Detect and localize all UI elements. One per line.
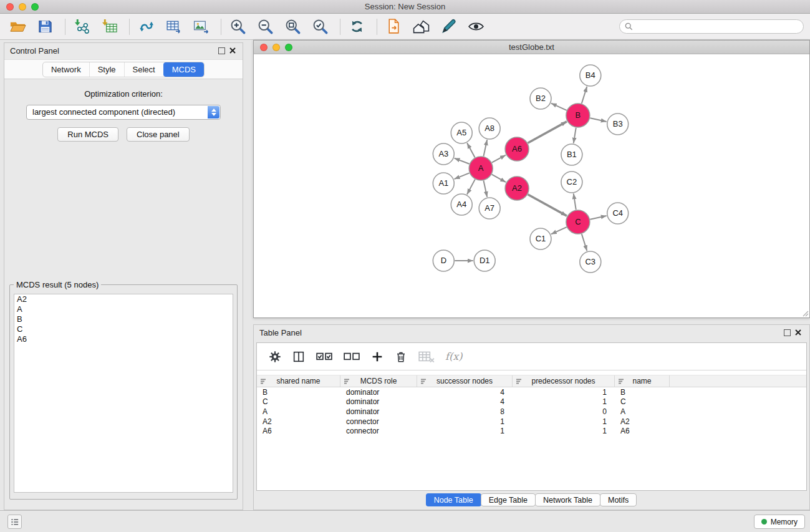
table-row[interactable]: Bdominator41B [257,387,806,397]
network-overview-button[interactable] [411,17,431,37]
close-window-button[interactable] [6,3,14,11]
tab-network[interactable]: Network [43,62,89,77]
graph-node-B4[interactable]: B4 [580,65,601,86]
graph-node-A7[interactable]: A7 [479,198,500,219]
column-header-shared-name[interactable]: shared name [257,375,340,387]
style-pen-button[interactable] [438,17,458,37]
search-box[interactable] [619,19,804,34]
graph-edge-B-B4[interactable] [582,87,587,104]
minimize-network-window-button[interactable] [272,44,280,51]
tab-edge-table[interactable]: Edge Table [481,493,536,506]
column-header-successor-nodes[interactable]: successor nodes [417,375,513,387]
function-builder-button[interactable]: f(x) [445,351,462,362]
zoom-selected-button[interactable] [310,17,330,37]
graph-node-A1[interactable]: A1 [433,173,454,194]
delete-row-button[interactable] [392,347,410,366]
graph-node-C[interactable]: C [566,210,590,234]
graph-edge-A2-C[interactable] [528,195,567,216]
graph-node-C4[interactable]: C4 [607,203,629,224]
graph-edge-A-A2[interactable] [492,175,506,182]
show-columns-button[interactable] [289,347,308,366]
graph-node-B1[interactable]: B1 [561,144,582,165]
mcds-result-item[interactable]: C [14,324,233,334]
graph-edge-B-B1[interactable] [574,128,576,143]
zoom-window-button[interactable] [31,3,39,11]
network-canvas[interactable]: B4B2BB3A5A8A6B1A3AC2A1A2A4A7C4CC1C3DD1 [254,54,809,317]
graph-edge-A-A6[interactable] [492,155,506,163]
mcds-result-item[interactable]: B [14,314,233,324]
refresh-button[interactable] [347,17,367,37]
graph-edge-A-A4[interactable] [467,180,475,195]
graph-edge-A-A8[interactable] [483,140,487,156]
mcds-result-item[interactable]: A2 [14,294,233,304]
mcds-result-item[interactable]: A [14,304,233,314]
graph-node-A2[interactable]: A2 [505,177,529,200]
column-header-predecessor-nodes[interactable]: predecessor nodes [513,375,615,387]
tab-mcds[interactable]: MCDS [163,62,204,77]
table-row[interactable]: Adominator80A [257,407,806,417]
graph-node-D[interactable]: D [433,250,454,271]
zoom-out-button[interactable] [255,17,275,37]
tab-style[interactable]: Style [89,62,124,77]
graph-node-B[interactable]: B [566,104,590,127]
export-network-button[interactable] [383,17,403,37]
toggle-details-button[interactable] [466,17,486,37]
graph-edge-B-B2[interactable] [551,104,567,110]
search-input[interactable] [636,21,803,32]
graph-edge-A-A7[interactable] [483,181,487,197]
table-row[interactable]: Cdominator41C [257,397,806,407]
table-row[interactable]: A2connector11A2 [257,417,806,427]
graph-edge-A-A3[interactable] [455,158,470,164]
close-panel-icon-button[interactable] [229,47,236,54]
graph-node-A4[interactable]: A4 [451,194,472,215]
select-all-button[interactable] [313,347,335,366]
save-session-button[interactable] [35,17,55,37]
table-settings-button[interactable] [266,347,284,366]
graph-edge-C-C2[interactable] [574,193,576,210]
run-mcds-button[interactable]: Run MCDS [57,127,118,142]
add-row-button[interactable] [368,347,387,366]
graph-node-A3[interactable]: A3 [433,143,454,165]
new-table-button[interactable] [163,17,183,37]
graph-edge-A-A1[interactable] [454,173,469,179]
graph-node-A8[interactable]: A8 [479,118,500,139]
tab-motifs[interactable]: Motifs [600,493,637,506]
graph-node-C1[interactable]: C1 [530,228,551,249]
criterion-dropdown[interactable]: largest connected component (directed) [26,105,221,120]
graph-node-A5[interactable]: A5 [451,122,472,143]
zoom-fit-button[interactable] [282,17,302,37]
memory-button[interactable]: Memory [754,515,805,529]
graph-node-B2[interactable]: B2 [530,88,551,109]
graph-node-C3[interactable]: C3 [580,251,601,273]
minimize-window-button[interactable] [19,3,26,11]
new-network-button[interactable] [136,17,156,37]
resize-grip-icon[interactable] [801,309,809,317]
graph-edge-B-B3[interactable] [590,118,606,122]
import-network-button[interactable] [72,17,92,37]
column-header-name[interactable]: name [615,375,670,387]
clear-all-button[interactable] [340,347,363,366]
mcds-result-item[interactable]: A6 [14,334,233,344]
graph-edge-C-C1[interactable] [551,227,567,234]
column-header-mcds-role[interactable]: MCDS role [340,375,417,387]
graph-edge-C-C4[interactable] [590,216,606,220]
graph-edge-C-C3[interactable] [582,234,587,251]
close-panel-button[interactable]: Close panel [127,127,190,142]
close-table-panel-button[interactable] [794,329,802,336]
zoom-in-button[interactable] [228,17,248,37]
float-panel-button[interactable] [218,47,225,54]
graph-node-A6[interactable]: A6 [505,137,529,161]
graph-node-C2[interactable]: C2 [561,172,582,193]
task-history-button[interactable] [7,515,22,529]
graph-node-D1[interactable]: D1 [474,250,495,271]
delete-table-button[interactable] [415,347,438,366]
tab-node-table[interactable]: Node Table [426,493,481,506]
open-session-button[interactable] [7,17,27,37]
graph-edge-A-A5[interactable] [467,143,475,157]
graph-edge-A6-B[interactable] [528,122,567,143]
close-network-window-button[interactable] [260,44,268,51]
tab-select[interactable]: Select [124,62,163,77]
import-table-button[interactable] [99,17,119,37]
table-row[interactable]: A6connector11A6 [257,426,806,436]
export-image-button[interactable] [191,17,211,37]
